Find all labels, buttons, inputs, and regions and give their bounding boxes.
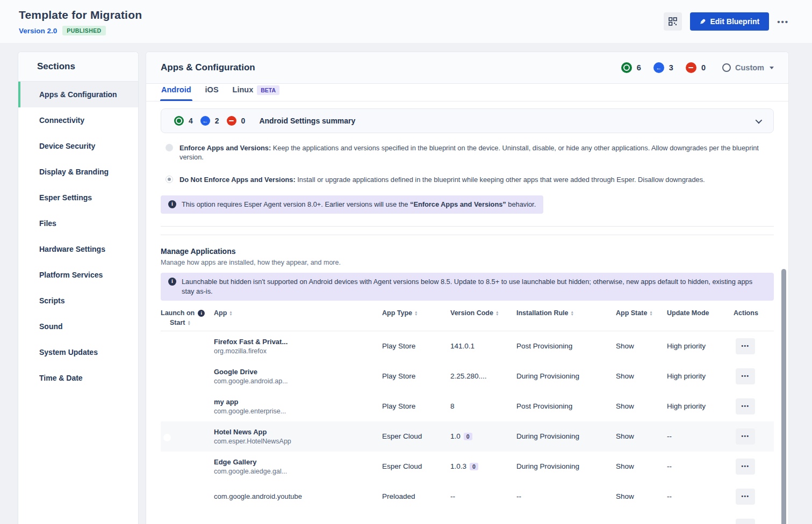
app-package: com.google.android.ap... bbox=[214, 377, 382, 385]
sidebar-item[interactable]: Connectivity bbox=[18, 107, 138, 133]
version-code-cell: 1.0.3 0 bbox=[450, 462, 516, 470]
column-label: Version Code bbox=[450, 309, 493, 317]
version-value: 141.0.1 bbox=[450, 342, 475, 350]
launchable-hidden-note-text: Launchable but hidden isn't supported on… bbox=[182, 277, 766, 296]
platform-tab[interactable]: Android bbox=[161, 84, 191, 101]
divider bbox=[161, 226, 774, 227]
sidebar-item[interactable]: Files bbox=[18, 210, 138, 236]
app-cell: my app com.google.enterprise... bbox=[214, 398, 382, 415]
sort-icon[interactable] bbox=[414, 310, 418, 316]
sidebar-item[interactable]: Display & Branding bbox=[18, 159, 138, 185]
version-value: 8 bbox=[450, 402, 455, 410]
header-more-menu-button[interactable] bbox=[777, 17, 789, 26]
sidebar-item[interactable]: Apps & Configuration bbox=[18, 82, 138, 107]
platform-tab[interactable]: Linux BETA bbox=[233, 84, 279, 101]
beta-badge: BETA bbox=[257, 85, 279, 95]
row-actions-menu-button[interactable] bbox=[736, 428, 755, 445]
caret-down-icon bbox=[770, 67, 774, 69]
edit-blueprint-button[interactable]: Edit Blueprint bbox=[690, 12, 770, 31]
column-app[interactable]: App bbox=[214, 309, 382, 317]
sidebar-item[interactable]: Device Security bbox=[18, 133, 138, 159]
column-version-code[interactable]: Version Code bbox=[450, 309, 516, 317]
sort-icon[interactable] bbox=[571, 310, 574, 316]
vertical-scrollbar[interactable] bbox=[781, 269, 786, 524]
installation-rule-cell: During Provisioning bbox=[516, 432, 616, 440]
actions-cell bbox=[734, 519, 774, 524]
update-mode-cell: -- bbox=[667, 432, 734, 440]
custom-filter-select[interactable]: Custom bbox=[722, 63, 774, 72]
app-cell: Firefox Fast & Privat... org.mozilla.fir… bbox=[214, 338, 382, 355]
radio-selected-icon[interactable] bbox=[166, 176, 173, 183]
page-title: Template for Migration bbox=[19, 9, 142, 21]
column-installation-rule[interactable]: Installation Rule bbox=[516, 309, 616, 317]
app-type-cell: Play Store bbox=[382, 372, 450, 380]
panel-title: Apps & Configuration bbox=[161, 62, 255, 73]
sections-sidebar: Sections Apps & Configuration Connectivi… bbox=[18, 52, 139, 524]
android-settings-summary-accordion[interactable]: 4 2 0 Android Settings summary bbox=[161, 108, 774, 133]
sidebar-item[interactable]: Sound bbox=[18, 314, 138, 339]
status-badge: PUBLISHED bbox=[62, 26, 105, 35]
app-type-cell: Preloaded bbox=[382, 492, 450, 500]
radio-unselected-icon[interactable] bbox=[166, 144, 173, 151]
summary-inherited-counter: 2 bbox=[200, 116, 219, 126]
sort-icon[interactable] bbox=[495, 310, 499, 316]
row-actions-menu-button[interactable] bbox=[736, 368, 755, 384]
installation-rule-cell: -- bbox=[516, 492, 616, 500]
configured-counter: 6 bbox=[621, 62, 641, 73]
column-launch-on-start[interactable]: Launch on Start bbox=[161, 309, 214, 326]
qr-code-button[interactable] bbox=[664, 12, 682, 31]
sidebar-item[interactable]: Hardware Settings bbox=[18, 236, 138, 262]
column-actions: Actions bbox=[734, 309, 774, 317]
actions-cell bbox=[734, 398, 774, 414]
actions-cell bbox=[734, 338, 774, 354]
summary-configured-count: 4 bbox=[189, 117, 193, 125]
note-pre: This option requires Esper Agent version… bbox=[182, 200, 410, 208]
app-cell: Edge Gallery com.google.aiedge.gal... bbox=[214, 458, 382, 475]
blocked-counter: 0 bbox=[686, 62, 706, 73]
sidebar-item[interactable]: System Updates bbox=[18, 339, 138, 365]
sidebar-item[interactable]: Esper Settings bbox=[18, 185, 138, 210]
sidebar-item-label: Time & Date bbox=[39, 374, 83, 382]
app-name: com.google.android.youtube bbox=[214, 492, 382, 500]
app-cell: Hotel News App com.esper.HotelNewsApp bbox=[214, 428, 382, 445]
arrow-left-circle-icon bbox=[200, 116, 210, 126]
option-bold-label: Enforce Apps and Versions: bbox=[179, 144, 271, 152]
app-package: com.esper.HotelNewsApp bbox=[214, 438, 382, 445]
row-actions-menu-button[interactable] bbox=[736, 519, 755, 524]
pencil-icon bbox=[700, 18, 706, 25]
app-name: Firefox Fast & Privat... bbox=[214, 338, 382, 346]
actions-cell bbox=[734, 458, 774, 475]
sort-icon[interactable] bbox=[187, 320, 190, 325]
sidebar-item-label: Scripts bbox=[39, 296, 64, 305]
accordion-title: Android Settings summary bbox=[259, 117, 355, 125]
app-type-cell: Play Store bbox=[382, 402, 450, 410]
platform-tab[interactable]: iOS bbox=[205, 84, 219, 101]
sort-icon[interactable] bbox=[649, 310, 652, 316]
version-link[interactable]: Version 2.0 bbox=[19, 27, 57, 35]
column-app-type[interactable]: App Type bbox=[382, 309, 450, 317]
sidebar-item-label: Device Security bbox=[39, 142, 95, 150]
actions-cell bbox=[734, 368, 774, 384]
launch-on-start-cell bbox=[161, 432, 214, 440]
row-actions-menu-button[interactable] bbox=[736, 458, 755, 475]
launch-col-line2: Start bbox=[170, 319, 185, 326]
row-actions-menu-button[interactable] bbox=[736, 489, 755, 505]
app-state-cell: Show bbox=[616, 432, 667, 440]
info-icon[interactable] bbox=[198, 310, 205, 317]
sidebar-item[interactable]: Time & Date bbox=[18, 365, 138, 391]
app-state-cell: Show bbox=[616, 462, 667, 470]
sort-icon[interactable] bbox=[229, 310, 232, 316]
table-row: Firefox Fast & Privat... org.mozilla.fir… bbox=[161, 331, 774, 361]
sidebar-item-label: Files bbox=[39, 219, 56, 228]
table-body: Firefox Fast & Privat... org.mozilla.fir… bbox=[161, 331, 774, 524]
version-value: 1.0.3 bbox=[450, 462, 466, 470]
row-actions-menu-button[interactable] bbox=[736, 338, 755, 354]
installation-rule-cell: During Provisioning bbox=[516, 462, 616, 470]
panel-header-right: 6 3 0 Custom bbox=[621, 62, 774, 73]
divider bbox=[161, 235, 774, 235]
version-code-cell: 8 bbox=[450, 402, 516, 410]
sidebar-item[interactable]: Scripts bbox=[18, 288, 138, 314]
sidebar-item[interactable]: Platform Services bbox=[18, 262, 138, 288]
column-app-state[interactable]: App State bbox=[616, 309, 667, 317]
row-actions-menu-button[interactable] bbox=[736, 398, 755, 414]
